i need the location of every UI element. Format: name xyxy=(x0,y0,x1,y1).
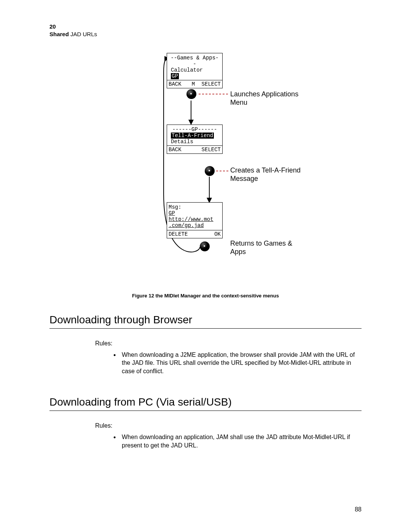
screen2-softkey-back: BACK xyxy=(169,147,182,153)
figure-caption: Figure 12 the MIDlet Manager and the con… xyxy=(49,293,362,299)
screen3-softkey-ok: OK xyxy=(214,231,221,237)
heading-download-pc: Downloading from PC (Via serial/USB) xyxy=(49,396,362,411)
figure-flowchart: --Games & Apps-- Calculator GP BACK M SE… xyxy=(68,49,342,289)
rules-list-browser: When downloading a J2ME application, the… xyxy=(95,351,362,375)
rules-item: When downloading a J2ME application, the… xyxy=(122,351,362,375)
phone-screen-message: Msg: GP http://www.mot .com/gp.jad DELET… xyxy=(167,202,223,238)
page-number: 88 xyxy=(355,506,362,513)
screen3-softkey-delete: DELETE xyxy=(169,231,188,237)
trackball-icon xyxy=(186,89,196,99)
screen2-softkeys: BACK SELECT xyxy=(167,145,222,153)
chapter-title-bold: Shared xyxy=(49,31,69,37)
screen3-softkeys: DELETE OK xyxy=(167,230,222,238)
rules-label-browser: Rules: xyxy=(95,339,362,348)
page: 20 Shared JAD URLs --Games & Apps-- xyxy=(0,0,411,532)
trackball-icon xyxy=(205,166,215,176)
screen1-title: --Games & Apps-- xyxy=(169,55,220,67)
chapter-number: 20 xyxy=(49,23,362,30)
trackball-icon xyxy=(200,241,210,251)
screen1-item-gp-highlight: GP xyxy=(171,73,179,79)
annotation-launches-menu: Launches Applications Menu xyxy=(230,90,306,107)
screen1-softkey-back: BACK xyxy=(169,81,185,87)
screen3-msg-label: Msg: xyxy=(169,204,221,210)
chapter-title-rest: JAD URLs xyxy=(69,31,97,37)
screen3-url-line1: GP http://www.mot xyxy=(169,210,221,222)
annotation-returns: Returns to Games & Apps xyxy=(230,240,306,256)
phone-screen-games-apps: --Games & Apps-- Calculator GP BACK M SE… xyxy=(167,53,223,88)
screen2-title: ------GP------ xyxy=(169,126,220,133)
rules-list-pc: When downloading an application, JAM sha… xyxy=(95,433,362,449)
screen2-item-details: Details xyxy=(169,139,220,145)
phone-screen-gp-menu: ------GP------ Tell-A-Friend Details BAC… xyxy=(167,125,223,154)
screen2-item-tellfriend-highlight: Tell-A-Friend xyxy=(171,133,214,139)
screen2-softkey-select: SELECT xyxy=(202,147,221,153)
screen3-url-line2: .com/gp.jad xyxy=(169,222,221,228)
screen1-softkey-select: SELECT xyxy=(202,81,221,87)
running-header: 20 Shared JAD URLs xyxy=(49,23,362,38)
annotation-creates-message: Creates a Tell-A-Friend Message xyxy=(230,166,306,183)
section-browser-body: Rules: When downloading a J2ME applicati… xyxy=(95,339,362,375)
heading-download-browser: Downloading through Browser xyxy=(49,314,362,329)
rules-item: When downloading an application, JAM sha… xyxy=(122,433,362,449)
screen1-softkey-m: M xyxy=(185,81,201,87)
screen1-item-calculator: Calculator xyxy=(169,67,220,73)
screen1-softkeys: BACK M SELECT xyxy=(167,80,222,88)
section-pc-body: Rules: When downloading an application, … xyxy=(95,422,362,449)
rules-label-pc: Rules: xyxy=(95,422,362,430)
